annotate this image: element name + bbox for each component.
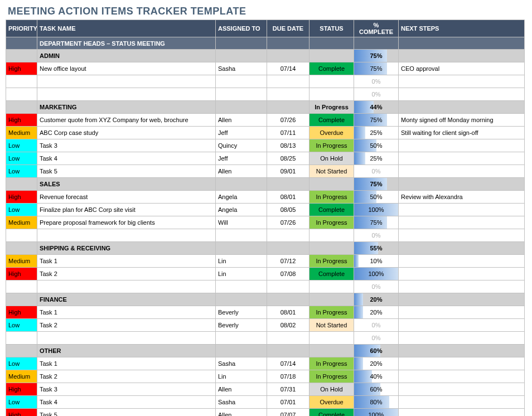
task-cell: ABC Corp case study: [37, 127, 216, 139]
status-cell: On Hold: [309, 383, 354, 396]
pct-cell: 100%: [354, 268, 399, 280]
task-cell: Customer quote from XYZ Company for web,…: [37, 114, 216, 127]
assigned-cell: [216, 280, 267, 293]
priority-cell: Low: [6, 319, 37, 332]
pct-cell: 50%: [354, 139, 399, 152]
status-cell: In Progress: [309, 191, 354, 204]
pct-cell: 0%: [354, 319, 399, 332]
section-row: SALES75%: [6, 178, 525, 191]
assigned-cell: [216, 229, 267, 242]
task-cell: [37, 332, 216, 345]
pct-cell: 75%: [354, 114, 399, 127]
status-cell: In Progress: [309, 216, 354, 229]
due-cell: 08/02: [267, 319, 309, 332]
priority-cell: Medium: [6, 255, 37, 268]
assigned-cell: [216, 75, 267, 88]
priority-cell: High: [6, 62, 37, 75]
next-steps-cell: [399, 396, 525, 409]
pct-cell: 75%: [354, 178, 399, 191]
pct-cell: 80%: [354, 396, 399, 409]
due-cell: [267, 280, 309, 293]
pct-cell: 20%: [354, 306, 399, 319]
status-cell: In Progress: [309, 357, 354, 370]
pct-cell: 0%: [354, 229, 399, 242]
status-cell: Complete: [309, 114, 354, 127]
task-cell: Task 4: [37, 396, 216, 409]
next-steps-cell: [399, 409, 525, 417]
assigned-cell: Allen: [216, 114, 267, 127]
priority-cell: High: [6, 409, 37, 417]
next-steps-cell: Review with Alexandra: [399, 191, 525, 204]
pct-cell: 55%: [354, 242, 399, 255]
table-row: 0%: [6, 75, 525, 88]
pct-cell: 0%: [354, 280, 399, 293]
next-steps-cell: [399, 229, 525, 242]
section-row: SHIPPING & RECEIVING55%: [6, 242, 525, 255]
assigned-cell: Beverly: [216, 319, 267, 332]
priority-cell: Medium: [6, 127, 37, 139]
table-row: HighTask 5Allen07/07Complete100%: [6, 409, 525, 417]
next-steps-cell: [399, 165, 525, 178]
pct-cell: 75%: [354, 62, 399, 75]
status-cell: In Progress: [309, 255, 354, 268]
pct-cell: 100%: [354, 409, 399, 417]
meeting-row: DEPARTMENT HEADS – STATUS MEETING: [6, 37, 525, 50]
pct-cell: 60%: [354, 383, 399, 396]
due-cell: 08/13: [267, 139, 309, 152]
assigned-cell: [216, 88, 267, 101]
table-row: LowTask 5Allen09/01Not Started0%: [6, 165, 525, 178]
assigned-cell: Sasha: [216, 62, 267, 75]
task-cell: Task 1: [37, 357, 216, 370]
assigned-cell: Sasha: [216, 357, 267, 370]
task-cell: Task 2: [37, 268, 216, 280]
pct-cell: 100%: [354, 204, 399, 216]
table-row: LowFinalize plan for ABC Corp site visit…: [6, 204, 525, 216]
task-cell: [37, 88, 216, 101]
table-row: HighTask 1Beverly08/01In Progress20%: [6, 306, 525, 319]
pct-cell: 44%: [354, 101, 399, 114]
header-due: DUE DATE: [267, 20, 309, 37]
assigned-cell: Jeff: [216, 152, 267, 165]
priority-cell: High: [6, 114, 37, 127]
status-cell: On Hold: [309, 152, 354, 165]
task-cell: [37, 229, 216, 242]
table-row: 0%: [6, 332, 525, 345]
table-row: MediumABC Corp case studyJeff07/11Overdu…: [6, 127, 525, 139]
next-steps-cell: [399, 204, 525, 216]
task-cell: Task 1: [37, 255, 216, 268]
table-row: HighNew office layoutSasha07/14Complete7…: [6, 62, 525, 75]
priority-cell: High: [6, 268, 37, 280]
task-cell: Prepare proposal framework for big clien…: [37, 216, 216, 229]
task-cell: Task 5: [37, 409, 216, 417]
task-cell: [37, 280, 216, 293]
assigned-cell: Allen: [216, 383, 267, 396]
due-cell: 07/26: [267, 114, 309, 127]
pct-cell: 50%: [354, 191, 399, 204]
priority-cell: [6, 332, 37, 345]
table-row: MediumTask 2Lin07/18In Progress40%: [6, 370, 525, 383]
header-priority: PRIORITY: [6, 20, 37, 37]
task-cell: Task 1: [37, 306, 216, 319]
assigned-cell: Jeff: [216, 127, 267, 139]
due-cell: 07/11: [267, 127, 309, 139]
next-steps-cell: [399, 357, 525, 370]
header-next: NEXT STEPS: [399, 20, 525, 37]
priority-cell: Low: [6, 152, 37, 165]
task-cell: Revenue forecast: [37, 191, 216, 204]
section-row: ADMIN75%: [6, 50, 525, 62]
section-name: FINANCE: [37, 293, 216, 306]
table-row: MediumTask 1Lin07/12In Progress10%: [6, 255, 525, 268]
header-row: PRIORITY TASK NAME ASSIGNED TO DUE DATE …: [6, 20, 525, 37]
next-steps-cell: [399, 332, 525, 345]
table-row: LowTask 2Beverly08/02Not Started0%: [6, 319, 525, 332]
due-cell: 07/26: [267, 216, 309, 229]
status-cell: Not Started: [309, 165, 354, 178]
due-cell: 08/25: [267, 152, 309, 165]
due-cell: 07/14: [267, 357, 309, 370]
due-cell: 07/12: [267, 255, 309, 268]
due-cell: 07/07: [267, 409, 309, 417]
next-steps-cell: CEO approval: [399, 62, 525, 75]
priority-cell: [6, 229, 37, 242]
status-cell: In Progress: [309, 139, 354, 152]
task-cell: Finalize plan for ABC Corp site visit: [37, 204, 216, 216]
